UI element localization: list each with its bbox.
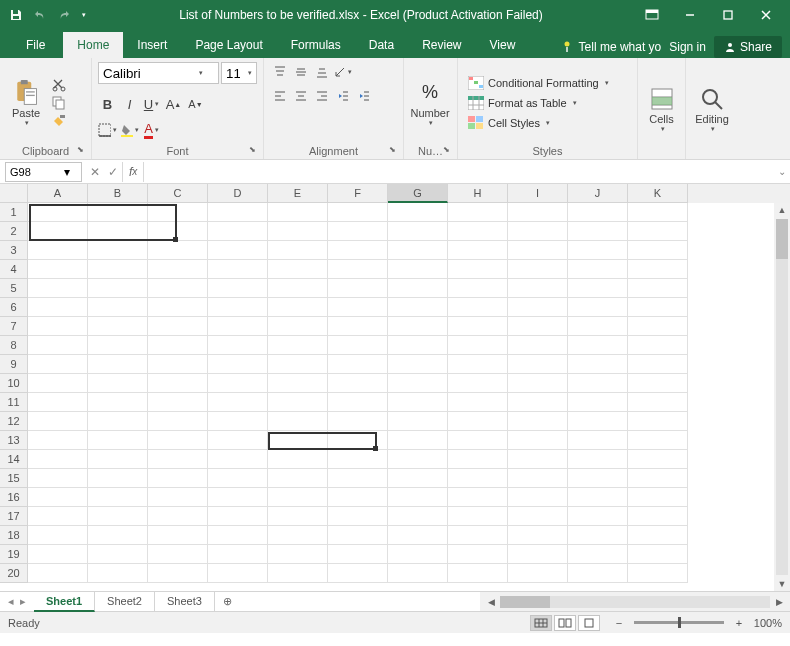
cell[interactable]	[508, 469, 568, 488]
decrease-indent-icon[interactable]	[333, 86, 352, 106]
cell[interactable]	[448, 469, 508, 488]
cell[interactable]	[268, 488, 328, 507]
cell[interactable]	[568, 317, 628, 336]
cell[interactable]	[388, 317, 448, 336]
cell[interactable]	[148, 241, 208, 260]
share-button[interactable]: Share	[714, 36, 782, 58]
cell[interactable]	[28, 488, 88, 507]
cell[interactable]	[328, 203, 388, 222]
align-center-icon[interactable]	[291, 86, 310, 106]
column-header[interactable]: F	[328, 184, 388, 203]
font-name-combo[interactable]: ▾	[98, 62, 219, 84]
column-header[interactable]: B	[88, 184, 148, 203]
cell[interactable]	[328, 412, 388, 431]
cell[interactable]	[148, 203, 208, 222]
horizontal-scrollbar[interactable]: ◀ ▶	[480, 591, 790, 611]
cell[interactable]	[28, 526, 88, 545]
row-header[interactable]: 18	[0, 526, 28, 545]
cell[interactable]	[328, 374, 388, 393]
cell[interactable]	[268, 507, 328, 526]
dialog-launcher-icon[interactable]: ⬊	[441, 145, 451, 155]
cell[interactable]	[28, 545, 88, 564]
ribbon-display-icon[interactable]	[636, 4, 668, 26]
cell[interactable]	[628, 203, 688, 222]
cell[interactable]	[268, 336, 328, 355]
cell[interactable]	[208, 469, 268, 488]
format-painter-icon[interactable]	[50, 113, 68, 129]
cell[interactable]	[628, 317, 688, 336]
cell[interactable]	[568, 222, 628, 241]
cell[interactable]	[508, 564, 568, 583]
cell[interactable]	[88, 317, 148, 336]
cell[interactable]	[148, 374, 208, 393]
italic-button[interactable]: I	[120, 94, 139, 114]
cell[interactable]	[148, 393, 208, 412]
cell[interactable]	[328, 336, 388, 355]
cell[interactable]	[628, 393, 688, 412]
undo-icon[interactable]	[32, 7, 48, 23]
cell[interactable]	[28, 222, 88, 241]
cell[interactable]	[568, 564, 628, 583]
tell-me-search[interactable]: Tell me what yo	[561, 40, 662, 54]
column-header[interactable]: K	[628, 184, 688, 203]
cell[interactable]	[268, 298, 328, 317]
cell[interactable]	[268, 412, 328, 431]
cell[interactable]	[208, 450, 268, 469]
scroll-thumb[interactable]	[500, 596, 550, 608]
format-as-table-button[interactable]: Format as Table▾	[464, 94, 631, 112]
column-header[interactable]: J	[568, 184, 628, 203]
formula-input[interactable]	[144, 162, 774, 182]
cell[interactable]	[328, 564, 388, 583]
cell[interactable]	[388, 564, 448, 583]
cell[interactable]	[448, 279, 508, 298]
cell[interactable]	[328, 298, 388, 317]
cell[interactable]	[628, 298, 688, 317]
cell[interactable]	[628, 412, 688, 431]
cell[interactable]	[88, 203, 148, 222]
expand-formula-bar-icon[interactable]: ⌄	[774, 166, 790, 177]
cell[interactable]	[388, 374, 448, 393]
cell[interactable]	[448, 298, 508, 317]
cell[interactable]	[208, 222, 268, 241]
cell[interactable]	[568, 203, 628, 222]
scroll-right-icon[interactable]: ▶	[772, 597, 786, 607]
fill-color-button[interactable]: ▾	[120, 120, 139, 140]
cell[interactable]	[448, 450, 508, 469]
row-header[interactable]: 19	[0, 545, 28, 564]
row-header[interactable]: 12	[0, 412, 28, 431]
cell[interactable]	[208, 241, 268, 260]
cell[interactable]	[268, 260, 328, 279]
cell[interactable]	[628, 222, 688, 241]
cell[interactable]	[268, 317, 328, 336]
cell[interactable]	[88, 393, 148, 412]
column-header[interactable]: I	[508, 184, 568, 203]
align-right-icon[interactable]	[312, 86, 331, 106]
cell[interactable]	[328, 260, 388, 279]
minimize-button[interactable]	[674, 4, 706, 26]
cell[interactable]	[568, 526, 628, 545]
save-icon[interactable]	[8, 7, 24, 23]
cell[interactable]	[268, 203, 328, 222]
row-header[interactable]: 4	[0, 260, 28, 279]
cell[interactable]	[28, 336, 88, 355]
sheet-tab[interactable]: Sheet2	[95, 592, 155, 612]
cell[interactable]	[28, 374, 88, 393]
cell[interactable]	[148, 564, 208, 583]
view-normal-icon[interactable]	[530, 615, 552, 631]
scroll-up-icon[interactable]: ▲	[774, 203, 790, 217]
cell[interactable]	[208, 336, 268, 355]
cell[interactable]	[148, 336, 208, 355]
scroll-thumb[interactable]	[776, 219, 788, 259]
cell[interactable]	[508, 431, 568, 450]
cell[interactable]	[568, 279, 628, 298]
close-button[interactable]	[750, 4, 782, 26]
row-header[interactable]: 14	[0, 450, 28, 469]
column-header[interactable]: E	[268, 184, 328, 203]
cell[interactable]	[148, 450, 208, 469]
cell[interactable]	[268, 450, 328, 469]
row-header[interactable]: 20	[0, 564, 28, 583]
cell[interactable]	[448, 431, 508, 450]
select-all-button[interactable]	[0, 184, 28, 203]
cell[interactable]	[448, 374, 508, 393]
row-header[interactable]: 9	[0, 355, 28, 374]
